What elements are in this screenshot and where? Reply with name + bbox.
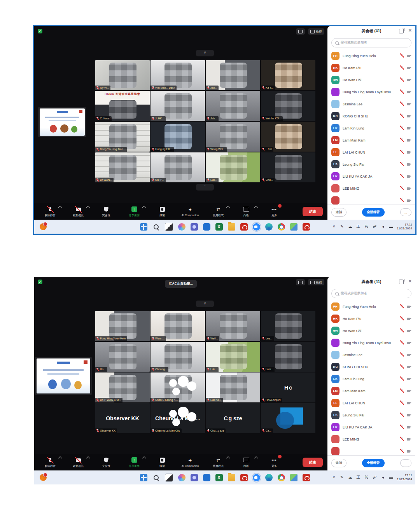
battery-icon[interactable]: ▬ (389, 224, 394, 229)
participant-row[interactable]: HW Ho Wan Chi (327, 325, 415, 337)
video-tile[interactable]: Lee... (261, 311, 315, 341)
mic-muted-icon[interactable] (400, 138, 403, 142)
toolbar-button[interactable]: 錄製 (149, 455, 175, 470)
notification-app-icon[interactable] (40, 223, 47, 230)
folder-icon[interactable] (228, 474, 235, 481)
collapse-gallery-button[interactable]: ˅ (196, 50, 214, 56)
tray-onedrive-icon[interactable]: ☁ (348, 475, 353, 480)
video-tile[interactable]: Ho... (95, 342, 150, 372)
volume-icon[interactable]: ◂ (381, 224, 385, 229)
video-tile[interactable]: J. HK... (150, 91, 205, 121)
chevron-up-icon[interactable] (86, 456, 90, 460)
zoom-icon[interactable] (253, 474, 260, 481)
toolbar-button[interactable]: AI Companion (177, 455, 203, 470)
toolbar-button[interactable]: 白板 (233, 455, 259, 470)
popout-icon[interactable] (399, 29, 404, 33)
toolbar-button[interactable]: 分享畫面 (121, 455, 147, 470)
video-tile[interactable]: Wai Man... Desk (150, 60, 205, 90)
copilot-icon[interactable] (178, 474, 186, 481)
search-icon[interactable] (152, 223, 160, 231)
video-tile[interactable]: Ivy W... (95, 60, 150, 90)
chevron-up-icon[interactable] (58, 456, 62, 460)
toolbar-button[interactable]: 解除靜音 (37, 204, 63, 219)
camera-off-icon[interactable] (407, 91, 411, 94)
start-icon[interactable] (140, 474, 147, 481)
camera-off-icon[interactable] (407, 103, 411, 106)
participant-row[interactable]: HW Ho Wan Chi (327, 74, 415, 86)
acrobat-icon[interactable] (303, 474, 310, 481)
video-tile[interactable]: Luk... (206, 342, 260, 372)
video-tile[interactable]: Ca... (261, 403, 315, 433)
mic-muted-icon[interactable] (400, 413, 403, 417)
collapse-gallery-button[interactable]: ˅ (196, 301, 214, 307)
video-tile[interactable]: C g sze Cho...g sze (206, 403, 260, 433)
mic-muted-icon[interactable] (400, 389, 403, 393)
end-meeting-button[interactable]: 結束 (303, 458, 323, 467)
participant-row[interactable]: HK Ho Kam Piu (327, 62, 415, 74)
camera-off-icon[interactable] (407, 187, 411, 190)
video-tile[interactable]: Ms IP... (150, 152, 205, 182)
toolbar-button[interactable]: 應用程式 (205, 204, 231, 219)
taskbar-clock[interactable]: 17:11 11/21/2024 (397, 474, 412, 481)
camera-off-icon[interactable] (407, 151, 411, 154)
chevron-up-icon[interactable] (226, 456, 230, 460)
mute-all-button[interactable]: 全部靜音 (362, 208, 385, 217)
participant-row[interactable]: KC KONG CHI SHU (327, 361, 415, 373)
video-tile[interactable]: HKMA 香港管理專業協會 C. Kwan (95, 91, 150, 121)
speaker-view-button[interactable] (296, 28, 305, 35)
camera-off-icon[interactable] (407, 365, 411, 369)
toolbar-button[interactable]: 解除靜音 (37, 455, 63, 470)
shared-screen-thumbnail[interactable] (38, 107, 86, 137)
mic-muted-icon[interactable] (400, 54, 403, 58)
shared-content-title-pill[interactable]: ICAC止貪動畫... (165, 280, 197, 288)
camera-off-icon[interactable] (407, 79, 411, 82)
mic-muted-icon[interactable] (400, 316, 403, 321)
video-tile[interactable]: Dr WAN... (95, 152, 150, 182)
participant-row[interactable]: LL LAI LAI CHUN (327, 146, 415, 158)
speaker-view-button[interactable] (296, 279, 305, 285)
video-tile[interactable]: Cheung... (150, 342, 205, 372)
mic-muted-icon[interactable] (400, 341, 403, 345)
toolbar-button[interactable]: 更多 (261, 455, 287, 470)
video-tile[interactable]: Wenn... (150, 311, 205, 341)
mic-muted-icon[interactable] (400, 90, 403, 94)
mic-muted-icon[interactable] (400, 437, 403, 441)
participant-row[interactable]: FH Fung Hing Yuen Helo (327, 301, 415, 313)
camera-off-icon[interactable] (407, 414, 411, 417)
mic-muted-icon[interactable] (400, 66, 403, 70)
participant-row[interactable]: LM Lam Man Kam (327, 385, 415, 397)
video-tile[interactable]: Wehha KO... (261, 91, 315, 121)
battery-icon[interactable]: ▬ (389, 475, 394, 480)
camera-off-icon[interactable] (407, 353, 411, 357)
tray-language-icon[interactable]: % (364, 224, 369, 229)
participant-search-input[interactable]: 搜尋或篩選參加者 (331, 38, 411, 47)
participant-row[interactable]: LK LIU KU YA CAK JA (327, 421, 415, 433)
participant-row[interactable]: LS Leung Siu Fai (327, 409, 415, 421)
video-tile[interactable]: Dr IP WAN S M... (95, 372, 150, 402)
zoom-icon[interactable] (253, 223, 260, 231)
mic-muted-icon[interactable] (400, 126, 403, 130)
video-tile[interactable]: Well... (206, 311, 260, 341)
mic-muted-icon[interactable] (400, 304, 403, 309)
shared-screen-thumbnail[interactable] (35, 357, 92, 395)
more-options-button[interactable]: ... (400, 208, 411, 216)
camera-off-icon[interactable] (407, 341, 411, 344)
view-button[interactable]: 檢視 (308, 279, 324, 285)
mic-muted-icon[interactable] (400, 174, 403, 178)
participant-row[interactable]: Hung Yin Ling Team Loyal Insu... (327, 86, 415, 98)
search-icon[interactable] (152, 474, 160, 481)
camera-off-icon[interactable] (407, 390, 411, 393)
toolbar-button[interactable]: 分享畫面 (121, 204, 147, 219)
chevron-up-icon[interactable] (86, 206, 90, 210)
acrobat-icon[interactable] (240, 474, 248, 481)
tray-ime-icon[interactable]: 工 (356, 475, 361, 480)
toolbar-button[interactable]: 白板 (233, 204, 259, 219)
video-tile[interactable]: Fung Hing Yuen Helo (95, 311, 150, 341)
video-tile[interactable]: Wong Wai... (206, 122, 260, 152)
tray-pen-icon[interactable]: ✎ (340, 475, 345, 480)
tray-pen-icon[interactable]: ✎ (340, 224, 345, 229)
camera-off-icon[interactable] (407, 139, 411, 142)
video-tile[interactable]: Ka Y... (261, 60, 315, 90)
mic-muted-icon[interactable] (400, 449, 403, 453)
camera-off-icon[interactable] (407, 127, 411, 130)
